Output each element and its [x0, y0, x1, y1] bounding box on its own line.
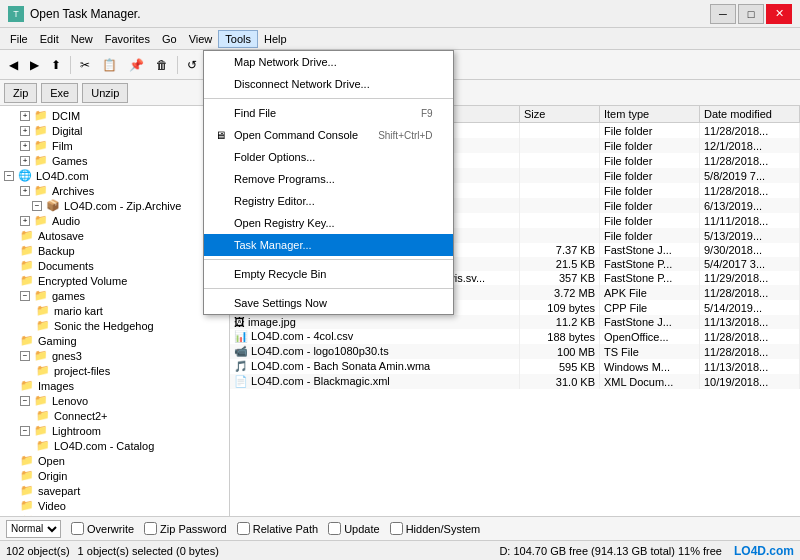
tree-item-gnes3[interactable]: − 📁 gnes3: [0, 348, 229, 363]
tree-toggle[interactable]: +: [20, 186, 30, 196]
tree-toggle[interactable]: +: [20, 141, 30, 151]
table-row[interactable]: 📁 WorkspaceFile folder5/13/2019...: [230, 228, 800, 243]
tree-item-lightroom[interactable]: − 📁 Lightroom: [0, 423, 229, 438]
opt-overwrite[interactable]: Overwrite: [71, 522, 134, 535]
menu-go[interactable]: Go: [156, 31, 183, 47]
update-checkbox[interactable]: [328, 522, 341, 535]
menu-edit[interactable]: Edit: [34, 31, 65, 47]
menu-tools[interactable]: Tools: [218, 30, 258, 48]
toolbar-stop[interactable]: ⏹: [225, 54, 247, 76]
tree-toggle[interactable]: −: [4, 171, 14, 181]
table-row[interactable]: 📱 asus-pc-link-2.0.0-22-150909.apk3.72 M…: [230, 285, 800, 300]
col-type[interactable]: Item type: [600, 106, 700, 123]
tree-item-video[interactable]: 📁 Video: [0, 498, 229, 513]
tree-toggle[interactable]: −: [32, 201, 42, 211]
zippassword-checkbox[interactable]: [144, 522, 157, 535]
tree-item-origin[interactable]: 📁 Origin: [0, 468, 229, 483]
tree-toggle[interactable]: +: [20, 126, 30, 136]
tree-item-lenovo[interactable]: − 📁 Lenovo: [0, 393, 229, 408]
table-row[interactable]: 📹 LO4D.com - logo1080p30.ts100 MBTS File…: [230, 344, 800, 359]
tree-item-autosave[interactable]: 📁 Autosave: [0, 228, 229, 243]
opt-update[interactable]: Update: [328, 522, 379, 535]
tree-item-catalog[interactable]: 📁 LO4D.com - Catalog: [0, 438, 229, 453]
toolbar-up[interactable]: ⬆: [46, 54, 66, 76]
opt-zippassword[interactable]: Zip Password: [144, 522, 227, 535]
hiddensystem-checkbox[interactable]: [390, 522, 403, 535]
tree-item-lo4d[interactable]: − 🌐 LO4D.com: [0, 168, 229, 183]
table-row[interactable]: 📁 OpenFile folder12/1/2018...: [230, 138, 800, 153]
minimize-button[interactable]: ─: [710, 4, 736, 24]
table-row[interactable]: 📄 helloworld.cpp109 bytesCPP File5/14/20…: [230, 300, 800, 315]
toolbar-addfiles[interactable]: 📥: [283, 54, 308, 76]
toolbar-paste[interactable]: 📌: [124, 54, 149, 76]
tree-item-savepart[interactable]: 📁 savepart: [0, 483, 229, 498]
tree-toggle[interactable]: −: [20, 426, 30, 436]
close-button[interactable]: ✕: [766, 4, 792, 24]
tree-panel[interactable]: + 📁 DCIM + 📁 Digital + 📁 Film + 📁 Games …: [0, 106, 230, 516]
tree-item-sonic[interactable]: 📁 Sonic the Hedgehog: [0, 318, 229, 333]
toolbar-back[interactable]: ◀: [4, 54, 23, 76]
maximize-button[interactable]: □: [738, 4, 764, 24]
tree-item-mariokart[interactable]: 📁 mario kart: [0, 303, 229, 318]
toolbar-forward[interactable]: ▶: [25, 54, 44, 76]
tree-item-ziparchive[interactable]: − 📦 LO4D.com - Zip.Archive: [0, 198, 229, 213]
table-row[interactable]: 📄 LO4D.com - Blackmagic.xml31.0 KBXML Do…: [230, 374, 800, 389]
toolbar-delete[interactable]: 🗑: [151, 54, 173, 76]
table-row[interactable]: 🖼 image.jpg11.2 KBFastStone J...11/13/20…: [230, 315, 800, 329]
exe-button[interactable]: Exe: [41, 83, 78, 103]
table-row[interactable]: 📁 WikiFile folder11/11/2018...: [230, 213, 800, 228]
table-row[interactable]: 🖼 250x250_logo.jpg7.37 KBFastStone J...9…: [230, 243, 800, 257]
menu-new[interactable]: New: [65, 31, 99, 47]
tree-item-audio[interactable]: + 📁 Audio: [0, 213, 229, 228]
tree-item-documents[interactable]: 📁 Documents: [0, 258, 229, 273]
tree-toggle[interactable]: −: [20, 291, 30, 301]
tree-item-encrypted[interactable]: 📁 Encrypted Volume: [0, 273, 229, 288]
toolbar-delete2[interactable]: ✕: [363, 54, 383, 76]
tree-item-archives[interactable]: + 📁 Archives: [0, 183, 229, 198]
menu-file[interactable]: File: [4, 31, 34, 47]
tree-item-backup[interactable]: 📁 Backup: [0, 243, 229, 258]
tree-item-gaming[interactable]: 📁 Gaming: [0, 333, 229, 348]
tree-toggle[interactable]: +: [20, 156, 30, 166]
tree-item-film[interactable]: + 📁 Film: [0, 138, 229, 153]
tree-item-connect2[interactable]: 📁 Connect2+: [0, 408, 229, 423]
toolbar-copy[interactable]: 📋: [97, 54, 122, 76]
tree-item-digital[interactable]: + 📁 Digital: [0, 123, 229, 138]
table-row[interactable]: 📁 LightroomFile folder11/28/2018...: [230, 123, 800, 139]
menu-view[interactable]: View: [183, 31, 219, 47]
tree-item-images[interactable]: 📁 Images: [0, 378, 229, 393]
tree-toggle[interactable]: −: [20, 396, 30, 406]
tree-item-wavpack[interactable]: 📁 wavpack-5.1.0-x64: [0, 513, 229, 516]
table-row[interactable]: 🎵 LO4D.com - Bach Sonata Amin.wma595 KBW…: [230, 359, 800, 374]
col-size[interactable]: Size: [520, 106, 600, 123]
table-row[interactable]: 📁 VideoFile folder11/28/2018...: [230, 183, 800, 198]
toolbar-cut[interactable]: ✂: [75, 54, 95, 76]
opt-relativepath[interactable]: Relative Path: [237, 522, 318, 535]
toolbar-info[interactable]: ℹ: [385, 54, 400, 76]
unzip-button[interactable]: Unzip: [82, 83, 128, 103]
tree-item-games2[interactable]: − 📁 games: [0, 288, 229, 303]
tree-item-dcim[interactable]: + 📁 DCIM: [0, 108, 229, 123]
table-row[interactable]: 📁 OriginFile folder11/28/2018...: [230, 153, 800, 168]
toolbar-settings[interactable]: ⚙: [402, 54, 423, 76]
tree-item-games[interactable]: + 📁 Games: [0, 153, 229, 168]
overwrite-checkbox[interactable]: [71, 522, 84, 535]
toolbar-go[interactable]: ▶: [204, 54, 223, 76]
toolbar-test[interactable]: ✔: [334, 54, 354, 76]
table-row[interactable]: 🖼 1200px-The_University_of_California_Da…: [230, 271, 800, 285]
toolbar-refresh[interactable]: ↺: [182, 54, 202, 76]
table-row[interactable]: 📁 wavpack-5.1.0-x64File folder6/13/2019.…: [230, 198, 800, 213]
opt-hiddensystem[interactable]: Hidden/System: [390, 522, 481, 535]
tree-item-open[interactable]: 📁 Open: [0, 453, 229, 468]
tree-toggle[interactable]: +: [20, 216, 30, 226]
mode-select[interactable]: Normal: [6, 520, 61, 538]
tree-toggle[interactable]: +: [20, 111, 30, 121]
toolbar-extract[interactable]: 📤: [256, 54, 281, 76]
table-row[interactable]: 📊 LO4D.com - 4col.csv188 bytesOpenOffice…: [230, 329, 800, 344]
tree-toggle[interactable]: −: [20, 351, 30, 361]
menu-favorites[interactable]: Favorites: [99, 31, 156, 47]
table-row[interactable]: 🖼 250x250_logo.png21.5 KBFastStone P...5…: [230, 257, 800, 271]
menu-help[interactable]: Help: [258, 31, 293, 47]
relativepath-checkbox[interactable]: [237, 522, 250, 535]
file-panel[interactable]: Name Size Item type Date modified 📁 Ligh…: [230, 106, 800, 516]
